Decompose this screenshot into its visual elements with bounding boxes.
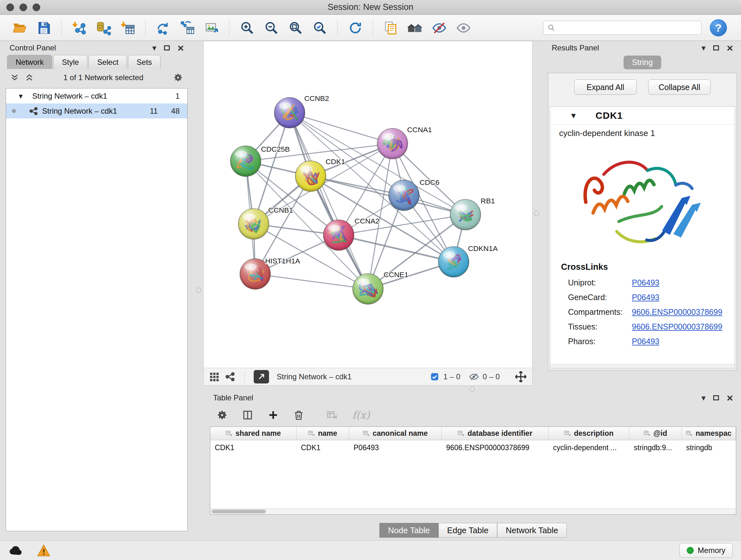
move-crosshair-icon[interactable] bbox=[515, 370, 527, 383]
table-cell[interactable]: P06493 bbox=[349, 443, 442, 452]
network-node[interactable]: CDKN1A bbox=[439, 244, 498, 277]
network-node[interactable]: HIST1H1A bbox=[240, 257, 300, 289]
left-splitter-handle[interactable] bbox=[196, 288, 201, 293]
help-button[interactable]: ? bbox=[710, 19, 727, 37]
search-input[interactable] bbox=[558, 23, 697, 32]
table-cell[interactable]: stringdb bbox=[682, 443, 736, 452]
column-header[interactable]: canonical name bbox=[349, 427, 442, 440]
function-builder-button[interactable]: f(x) bbox=[352, 409, 370, 421]
table-settings-button[interactable] bbox=[216, 409, 228, 421]
import-network-database-button[interactable] bbox=[93, 17, 114, 38]
network-node[interactable]: CCNB2 bbox=[274, 94, 329, 128]
crosslink-link[interactable]: 9606.ENSP00000378699 bbox=[632, 307, 723, 317]
float-panel-icon[interactable] bbox=[713, 45, 719, 51]
expand-all-button[interactable]: Expand All bbox=[574, 79, 636, 95]
warnings-button[interactable] bbox=[37, 544, 51, 557]
selected-checkbox-icon[interactable] bbox=[430, 372, 440, 381]
scrollbar-thumb[interactable] bbox=[212, 509, 266, 513]
cloud-status-button[interactable] bbox=[8, 545, 23, 556]
zoom-fit-button[interactable] bbox=[285, 17, 306, 38]
close-panel-icon[interactable]: × bbox=[727, 43, 733, 53]
save-session-button[interactable] bbox=[33, 17, 54, 38]
results-scrollbar[interactable] bbox=[550, 364, 735, 368]
tab-select[interactable]: Select bbox=[88, 55, 127, 69]
panel-menu-icon[interactable]: ▾ bbox=[701, 394, 705, 402]
network-node[interactable]: CDC6 bbox=[389, 178, 440, 211]
collapse-section-icon[interactable]: ▾ bbox=[571, 110, 576, 121]
gear-icon[interactable] bbox=[173, 72, 183, 83]
close-panel-icon[interactable]: × bbox=[727, 392, 733, 403]
add-column-button[interactable] bbox=[267, 409, 279, 421]
table-cell[interactable]: CDK1 bbox=[296, 443, 349, 452]
close-panel-icon[interactable]: × bbox=[178, 43, 184, 53]
float-panel-icon[interactable] bbox=[713, 395, 719, 400]
crosslink-link[interactable]: P06493 bbox=[632, 337, 659, 346]
column-header[interactable]: description bbox=[549, 427, 629, 440]
column-header[interactable]: @id bbox=[629, 427, 682, 440]
protein-card-header[interactable]: ▾ CDK1 bbox=[550, 107, 735, 125]
crosslink-link[interactable]: P06493 bbox=[632, 278, 659, 287]
first-neighbors-button[interactable] bbox=[404, 17, 425, 38]
hidden-eye-slash-icon[interactable] bbox=[469, 372, 479, 382]
network-node[interactable]: CCNA2 bbox=[323, 217, 380, 250]
tab-network[interactable]: Network bbox=[7, 55, 52, 69]
network-graph[interactable]: CCNB2CCNA1CDC25BCDK1CDC6RB1CCNB1CCNA2CDK… bbox=[204, 41, 532, 368]
tab-sets[interactable]: Sets bbox=[128, 55, 160, 69]
export-image-button[interactable] bbox=[201, 17, 222, 38]
tab-node-table[interactable]: Node Table bbox=[380, 523, 439, 538]
column-header[interactable]: database identifier bbox=[442, 427, 549, 440]
delete-column-button[interactable] bbox=[293, 409, 305, 421]
open-in-new-button[interactable] bbox=[254, 370, 269, 383]
search-box[interactable] bbox=[543, 21, 701, 35]
network-node[interactable]: CDC25B bbox=[230, 145, 290, 177]
copy-button[interactable] bbox=[380, 17, 401, 38]
panel-menu-icon[interactable]: ▾ bbox=[152, 44, 156, 52]
network-node[interactable]: CDK1 bbox=[295, 158, 345, 192]
import-table-button[interactable] bbox=[117, 17, 138, 38]
birds-eye-view-button[interactable] bbox=[209, 371, 219, 382]
network-canvas[interactable]: CCNB2CCNA1CDC25BCDK1CDC6RB1CCNB1CCNA2CDK… bbox=[204, 41, 532, 368]
network-table-button[interactable] bbox=[177, 17, 198, 38]
table-cell[interactable]: cyclin-dependent ... bbox=[549, 443, 629, 452]
collapse-all-icon[interactable] bbox=[10, 73, 19, 82]
network-row-selected[interactable]: String Network – cdk1 11 48 bbox=[6, 104, 187, 118]
import-network-file-button[interactable] bbox=[69, 17, 90, 38]
string-tab-badge[interactable]: String bbox=[623, 56, 661, 69]
apply-layout-button[interactable] bbox=[345, 17, 366, 38]
horizontal-scrollbar[interactable] bbox=[210, 508, 736, 514]
network-overview-button[interactable] bbox=[225, 371, 235, 382]
column-header[interactable]: namespac bbox=[682, 427, 736, 440]
crosslink-link[interactable]: P06493 bbox=[632, 293, 659, 302]
tab-edge-table[interactable]: Edge Table bbox=[439, 523, 497, 538]
zoom-window-button[interactable] bbox=[32, 3, 40, 11]
tab-network-table[interactable]: Network Table bbox=[497, 523, 567, 538]
float-panel-icon[interactable] bbox=[164, 45, 170, 51]
column-header[interactable]: name bbox=[296, 427, 349, 440]
collapse-all-button[interactable]: Collapse All bbox=[648, 79, 711, 95]
delete-table-button[interactable] bbox=[326, 409, 338, 421]
close-window-button[interactable] bbox=[6, 3, 14, 11]
network-node[interactable]: RB1 bbox=[450, 197, 495, 230]
network-collection-row[interactable]: ▾ String Network – cdk1 1 bbox=[6, 88, 187, 104]
column-header[interactable]: shared name bbox=[210, 427, 296, 440]
panel-menu-icon[interactable]: ▾ bbox=[701, 44, 705, 52]
network-node[interactable]: CCNA1 bbox=[377, 125, 432, 159]
zoom-selected-button[interactable] bbox=[309, 17, 330, 38]
open-session-button[interactable] bbox=[9, 17, 30, 38]
tree-expand-icon[interactable]: ▾ bbox=[19, 91, 28, 101]
tab-style[interactable]: Style bbox=[53, 55, 87, 69]
expand-all-icon[interactable] bbox=[25, 73, 34, 82]
select-columns-button[interactable] bbox=[242, 409, 253, 421]
network-node[interactable]: CCNE1 bbox=[353, 270, 408, 304]
bottom-splitter-handle[interactable] bbox=[470, 387, 475, 392]
hide-selected-button[interactable] bbox=[428, 17, 450, 38]
minimize-window-button[interactable] bbox=[19, 3, 27, 11]
show-all-button[interactable] bbox=[453, 17, 474, 38]
memory-button[interactable]: Memory bbox=[679, 543, 733, 558]
table-cell[interactable]: 9606.ENSP00000378699 bbox=[442, 443, 549, 452]
crosslink-link[interactable]: 9606.ENSP00000378699 bbox=[632, 322, 723, 331]
zoom-out-button[interactable] bbox=[261, 17, 282, 38]
clone-network-button[interactable] bbox=[152, 17, 174, 38]
table-cell[interactable]: CDK1 bbox=[210, 443, 296, 452]
zoom-in-button[interactable] bbox=[237, 17, 258, 38]
